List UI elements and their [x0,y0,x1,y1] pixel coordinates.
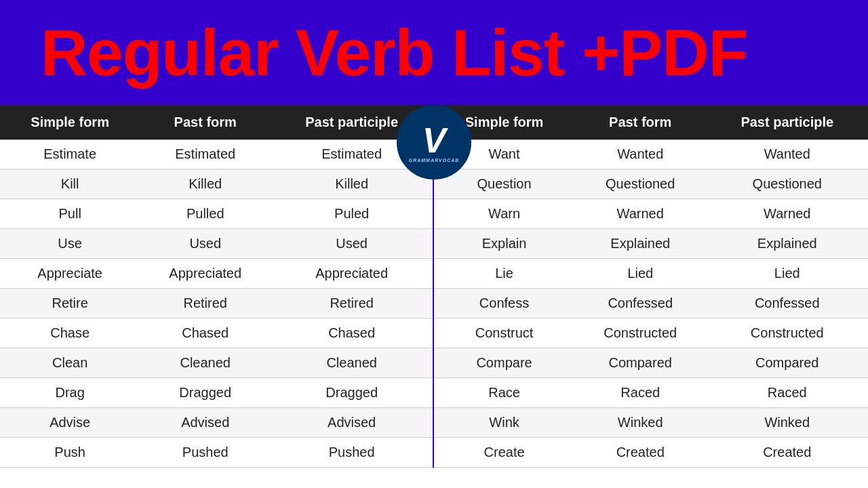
cell-participle-left: Dragged [271,378,433,408]
table-row: Push Pushed Pushed Create Created Create… [0,438,868,468]
cell-simple-right: Race [433,378,574,408]
content-wrapper: V GRAMMARVOCAB Simple form Past form Pas… [0,105,868,468]
cell-participle-right: Wanted [706,140,868,169]
table-row: Pull Pulled Puled Warn Warned Warned [0,199,868,229]
col-header-past-participle-right: Past participle [706,105,868,140]
cell-past-left: Cleaned [140,348,271,378]
cell-participle-right: Confessed [706,289,868,319]
table-row: Kill Killed Killed Question Questioned Q… [0,169,868,199]
cell-simple-right: Wink [433,408,574,438]
cell-simple-right: Question [433,169,574,199]
cell-simple-left: Pull [0,199,140,229]
table-header-row: Simple form Past form Past participle Si… [0,105,868,140]
title-red: +PDF [582,16,747,89]
col-header-simple-form-left: Simple form [0,105,140,140]
cell-participle-left: Appreciated [271,259,433,289]
cell-past-right: Wanted [574,140,707,169]
table-row: Use Used Used Explain Explained Explaine… [0,229,868,259]
table-row: Retire Retired Retired Confess Confessed… [0,289,868,319]
cell-past-right: Winked [574,408,707,438]
cell-past-right: Compared [574,348,707,378]
col-header-simple-form-right: Simple form [433,105,574,140]
verb-table: Simple form Past form Past participle Si… [0,105,868,468]
cell-participle-right: Raced [706,378,868,408]
cell-participle-right: Explained [706,229,868,259]
cell-participle-left: Used [271,229,433,259]
cell-past-left: Pulled [140,199,271,229]
cell-simple-right: Compare [433,348,574,378]
cell-participle-right: Created [706,438,868,468]
cell-participle-left: Estimated [271,140,433,169]
col-header-past-form-right: Past form [574,105,707,140]
cell-past-right: Constructed [574,319,707,348]
table-row: Drag Dragged Dragged Race Raced Raced [0,378,868,408]
page-header: Regular Verb List +PDF [0,0,868,105]
table-row: Chase Chased Chased Construct Constructe… [0,319,868,348]
table-row: Advise Advised Advised Wink Winked Winke… [0,408,868,438]
cell-simple-right: Warn [433,199,574,229]
verb-table-container: Simple form Past form Past participle Si… [0,105,868,468]
cell-past-right: Confessed [574,289,707,319]
cell-simple-left: Push [0,438,140,468]
cell-participle-left: Advised [271,408,433,438]
cell-participle-right: Compared [706,348,868,378]
cell-simple-left: Appreciate [0,259,140,289]
cell-past-left: Dragged [140,378,271,408]
cell-simple-left: Estimate [0,140,140,169]
cell-simple-left: Retire [0,289,140,319]
cell-participle-left: Killed [271,169,433,199]
cell-simple-right: Create [433,438,574,468]
col-header-past-participle-left: Past participle [271,105,433,140]
cell-past-left: Killed [140,169,271,199]
cell-participle-left: Retired [271,289,433,319]
cell-past-right: Warned [574,199,707,229]
table-row: Estimate Estimated Estimated Want Wanted… [0,140,868,169]
cell-simple-left: Advise [0,408,140,438]
col-header-past-form-left: Past form [140,105,271,140]
cell-simple-right: Explain [433,229,574,259]
cell-participle-right: Questioned [706,169,868,199]
cell-past-left: Used [140,229,271,259]
cell-past-left: Appreciated [140,259,271,289]
cell-past-right: Created [574,438,707,468]
cell-simple-right: Want [433,140,574,169]
cell-past-right: Questioned [574,169,707,199]
cell-participle-left: Pushed [271,438,433,468]
cell-past-right: Lied [574,259,707,289]
cell-simple-left: Kill [0,169,140,199]
cell-past-right: Explained [574,229,707,259]
title-white: Regular Verb List [41,16,582,89]
table-row: Clean Cleaned Cleaned Compare Compared C… [0,348,868,378]
cell-past-right: Raced [574,378,707,408]
page-title: Regular Verb List +PDF [41,16,747,90]
cell-simple-right: Lie [433,259,574,289]
cell-past-left: Retired [140,289,271,319]
cell-participle-left: Puled [271,199,433,229]
cell-past-left: Advised [140,408,271,438]
cell-participle-left: Chased [271,319,433,348]
cell-simple-left: Drag [0,378,140,408]
cell-participle-right: Constructed [706,319,868,348]
cell-participle-right: Warned [706,199,868,229]
cell-simple-left: Use [0,229,140,259]
cell-past-left: Pushed [140,438,271,468]
cell-participle-right: Lied [706,259,868,289]
cell-participle-right: Winked [706,408,868,438]
cell-simple-left: Clean [0,348,140,378]
verb-table-body: Estimate Estimated Estimated Want Wanted… [0,140,868,468]
cell-participle-left: Cleaned [271,348,433,378]
cell-simple-left: Chase [0,319,140,348]
cell-simple-right: Construct [433,319,574,348]
table-row: Appreciate Appreciated Appreciated Lie L… [0,259,868,289]
cell-past-left: Estimated [140,140,271,169]
cell-past-left: Chased [140,319,271,348]
cell-simple-right: Confess [433,289,574,319]
